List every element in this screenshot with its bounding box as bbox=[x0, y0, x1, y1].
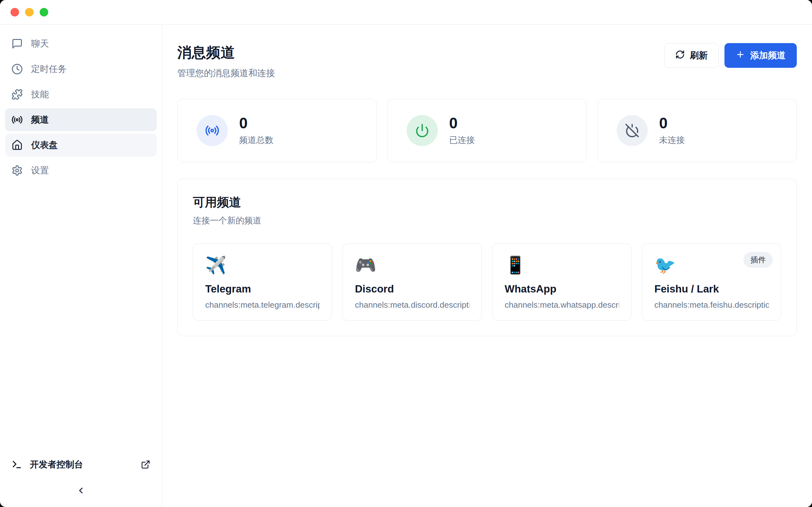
channel-name: Feishu / Lark bbox=[654, 283, 769, 295]
chevron-left-icon bbox=[76, 486, 86, 497]
developer-console-label: 开发者控制台 bbox=[30, 458, 133, 470]
page-subtitle: 管理您的消息频道和连接 bbox=[177, 67, 275, 79]
channel-card-telegram[interactable]: ✈️ Telegram channels:meta.telegram.descr… bbox=[193, 243, 332, 321]
power-icon bbox=[407, 115, 438, 146]
sidebar-item-skills[interactable]: 技能 bbox=[5, 83, 157, 106]
sidebar: 聊天 定时任务 技能 频道 bbox=[0, 25, 162, 507]
sidebar-item-dashboard[interactable]: 仪表盘 bbox=[5, 134, 157, 157]
radio-icon bbox=[197, 115, 228, 146]
channel-card-feishu[interactable]: 插件 🐦 Feishu / Lark channels:meta.feishu.… bbox=[642, 243, 781, 321]
channel-name: Telegram bbox=[205, 283, 320, 295]
minimize-window-button[interactable] bbox=[25, 8, 34, 16]
sidebar-item-settings[interactable]: 设置 bbox=[5, 159, 157, 182]
refresh-button[interactable]: 刷新 bbox=[664, 43, 719, 68]
close-window-button[interactable] bbox=[10, 8, 19, 16]
main-content: 消息频道 管理您的消息频道和连接 刷新 添加频道 bbox=[162, 25, 812, 507]
channel-name: Discord bbox=[355, 283, 469, 295]
stat-card-total-channels: 0 频道总数 bbox=[177, 99, 377, 162]
telegram-airplane-icon: ✈️ bbox=[205, 255, 320, 275]
refresh-icon bbox=[675, 50, 685, 61]
sidebar-item-chat[interactable]: 聊天 bbox=[5, 32, 157, 55]
stat-label: 已连接 bbox=[449, 134, 475, 146]
channel-description: channels:meta.feishu.description bbox=[654, 300, 769, 310]
add-channel-button[interactable]: 添加频道 bbox=[724, 43, 797, 68]
sidebar-item-label: 定时任务 bbox=[31, 63, 67, 75]
terminal-icon bbox=[11, 459, 22, 470]
puzzle-icon bbox=[11, 89, 23, 100]
channel-description: channels:meta.telegram.description bbox=[205, 300, 320, 310]
available-channels-subtitle: 连接一个新的频道 bbox=[193, 215, 781, 226]
traffic-lights bbox=[10, 8, 48, 16]
zoom-window-button[interactable] bbox=[40, 8, 48, 16]
titlebar bbox=[0, 0, 812, 25]
page-title: 消息频道 bbox=[177, 43, 275, 62]
channel-name: WhatsApp bbox=[505, 283, 619, 295]
available-channels-title: 可用频道 bbox=[193, 194, 781, 210]
stat-card-connected: 0 已连接 bbox=[387, 99, 587, 162]
gear-icon bbox=[11, 165, 23, 176]
available-channels-section: 可用频道 连接一个新的频道 ✈️ Telegram channels:meta.… bbox=[177, 179, 797, 336]
power-off-icon bbox=[617, 115, 648, 146]
channel-grid: ✈️ Telegram channels:meta.telegram.descr… bbox=[193, 243, 781, 321]
stat-card-disconnected: 0 未连接 bbox=[597, 99, 797, 162]
stat-label: 未连接 bbox=[659, 134, 685, 146]
plugin-badge: 插件 bbox=[744, 252, 773, 268]
radio-icon bbox=[11, 114, 23, 125]
channel-card-whatsapp[interactable]: 📱 WhatsApp channels:meta.whatsapp.descri… bbox=[492, 243, 631, 321]
stat-value: 0 bbox=[659, 115, 685, 131]
sidebar-item-scheduled-tasks[interactable]: 定时任务 bbox=[5, 58, 157, 80]
external-link-icon bbox=[141, 460, 150, 469]
sidebar-item-label: 仪表盘 bbox=[31, 139, 58, 151]
developer-console-link[interactable]: 开发者控制台 bbox=[5, 453, 157, 476]
sidebar-item-label: 技能 bbox=[31, 89, 49, 101]
refresh-button-label: 刷新 bbox=[690, 49, 708, 61]
add-channel-button-label: 添加频道 bbox=[750, 49, 786, 61]
plus-icon bbox=[735, 50, 745, 61]
chat-icon bbox=[11, 38, 23, 49]
stat-value: 0 bbox=[239, 115, 273, 131]
discord-gamepad-icon: 🎮 bbox=[355, 255, 469, 275]
channel-description: channels:meta.whatsapp.description bbox=[505, 300, 619, 310]
stat-value: 0 bbox=[449, 115, 475, 131]
app-window: 聊天 定时任务 技能 频道 bbox=[0, 0, 812, 507]
whatsapp-phone-icon: 📱 bbox=[505, 255, 619, 275]
home-icon bbox=[11, 139, 23, 151]
channel-description: channels:meta.discord.description bbox=[355, 300, 469, 310]
collapse-sidebar-button[interactable] bbox=[74, 484, 88, 498]
channel-card-discord[interactable]: 🎮 Discord channels:meta.discord.descript… bbox=[343, 243, 482, 321]
stat-label: 频道总数 bbox=[239, 134, 273, 146]
stats-row: 0 频道总数 0 已连接 bbox=[177, 99, 797, 162]
sidebar-item-label: 设置 bbox=[31, 164, 49, 176]
clock-icon bbox=[11, 63, 23, 75]
sidebar-item-label: 聊天 bbox=[31, 38, 49, 50]
sidebar-item-channels[interactable]: 频道 bbox=[5, 108, 157, 131]
sidebar-item-label: 频道 bbox=[31, 114, 49, 126]
